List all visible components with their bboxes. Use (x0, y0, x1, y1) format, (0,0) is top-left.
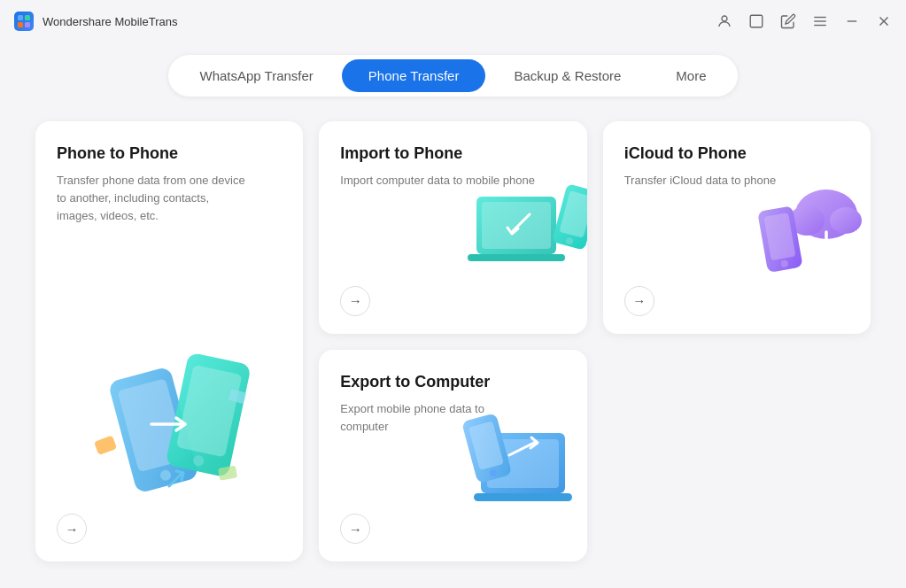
phone-to-phone-illustration (81, 336, 258, 513)
app-icon (14, 12, 34, 31)
main-content: Phone to Phone Transfer phone data from … (0, 112, 906, 588)
phone-to-phone-arrow[interactable]: → (57, 514, 87, 544)
svg-rect-22 (482, 202, 551, 249)
tab-phone-transfer[interactable]: Phone Transfer (342, 59, 486, 92)
svg-rect-0 (18, 15, 23, 20)
nav-tabs: WhatsApp Transfer Phone Transfer Backup … (168, 55, 737, 97)
svg-rect-36 (474, 493, 572, 501)
titlebar: Wondershare MobileTrans (0, 0, 906, 43)
close-icon[interactable] (876, 13, 892, 29)
svg-rect-18 (94, 435, 117, 455)
svg-rect-5 (750, 15, 763, 27)
icloud-to-phone-arrow[interactable]: → (624, 286, 654, 316)
svg-point-4 (722, 16, 727, 21)
import-to-phone-arrow[interactable]: → (340, 286, 370, 316)
tab-backup-restore[interactable]: Backup & Restore (487, 59, 647, 92)
minimize-icon[interactable] (844, 13, 860, 29)
phone-to-phone-title: Phone to Phone (57, 144, 282, 163)
svg-rect-23 (468, 254, 565, 261)
import-illustration (463, 179, 578, 276)
svg-rect-3 (25, 22, 30, 27)
export-illustration (463, 406, 578, 504)
phone-to-phone-desc: Transfer phone data from one device to a… (57, 172, 252, 225)
menu-icon[interactable] (812, 13, 828, 29)
export-to-computer-title: Export to Computer (340, 373, 565, 391)
card-icloud-to-phone[interactable]: iCloud to Phone Transfer iCloud data to … (603, 121, 871, 334)
svg-point-29 (830, 207, 862, 234)
card-import-to-phone[interactable]: Import to Phone Import computer data to … (319, 121, 586, 334)
app-title: Wondershare MobileTrans (43, 15, 177, 28)
edit-icon[interactable] (780, 13, 796, 29)
titlebar-controls (716, 13, 892, 29)
svg-rect-2 (18, 22, 23, 27)
tab-more[interactable]: More (649, 59, 732, 92)
icloud-illustration (747, 179, 862, 276)
svg-rect-1 (25, 15, 30, 20)
icloud-to-phone-title: iCloud to Phone (624, 144, 849, 163)
import-to-phone-title: Import to Phone (340, 144, 565, 163)
card-phone-to-phone[interactable]: Phone to Phone Transfer phone data from … (35, 121, 303, 561)
account-icon[interactable] (716, 13, 732, 29)
tab-whatsapp-transfer[interactable]: WhatsApp Transfer (173, 59, 339, 92)
nav-bar: WhatsApp Transfer Phone Transfer Backup … (0, 43, 906, 112)
card-export-to-computer[interactable]: Export to Computer Export mobile phone d… (319, 350, 586, 562)
titlebar-left: Wondershare MobileTrans (14, 12, 177, 31)
window-icon[interactable] (748, 13, 764, 29)
export-to-computer-arrow[interactable]: → (340, 514, 370, 544)
